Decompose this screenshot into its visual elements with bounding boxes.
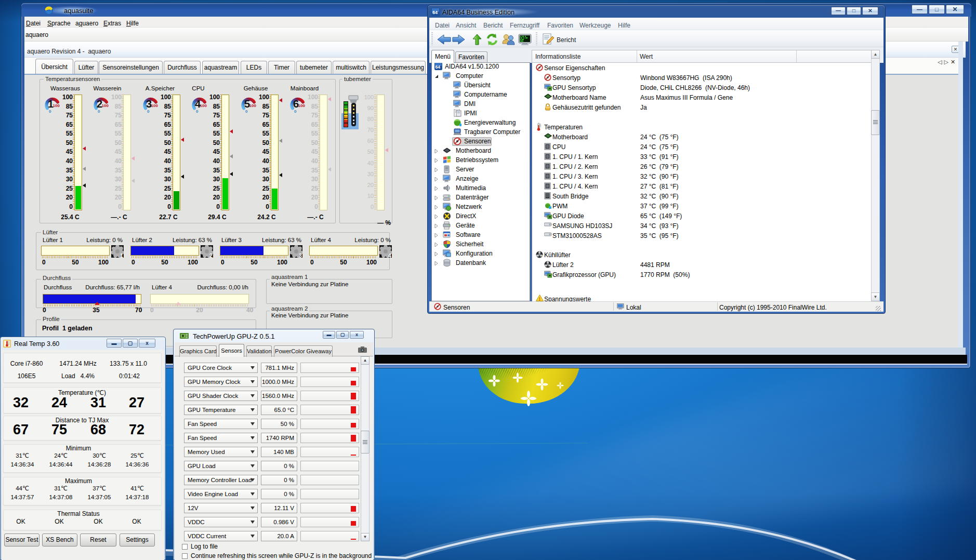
svg-text:0: 0	[49, 109, 51, 114]
svg-text:64: 64	[432, 10, 438, 15]
svg-text:0: 0	[147, 109, 150, 114]
svg-text:0: 0	[294, 109, 297, 114]
svg-text:2: 2	[209, 252, 213, 258]
svg-text:0: 0	[245, 109, 248, 114]
svg-text:0: 0	[98, 109, 100, 114]
svg-text:0: 0	[196, 109, 199, 114]
svg-text:64: 64	[436, 64, 441, 69]
svg-text:4: 4	[388, 252, 391, 258]
svg-text:1: 1	[120, 252, 123, 258]
svg-text:3: 3	[299, 252, 302, 258]
